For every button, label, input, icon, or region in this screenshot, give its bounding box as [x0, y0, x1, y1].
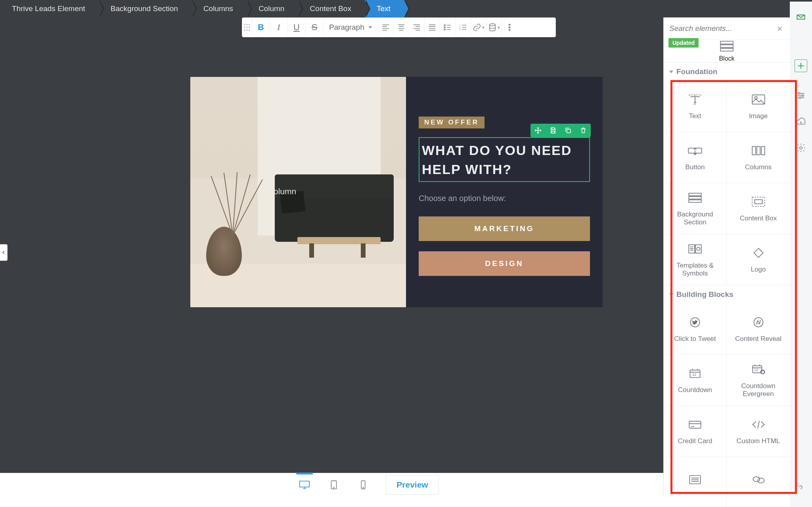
svg-point-45	[802, 95, 803, 96]
svg-rect-27	[689, 200, 701, 202]
align-right-button[interactable]	[409, 18, 425, 37]
svg-rect-29	[755, 200, 762, 204]
element-text[interactable]: Text	[664, 81, 727, 132]
italic-button[interactable]: I	[270, 18, 288, 37]
align-left-button[interactable]	[378, 18, 394, 37]
duplicate-icon[interactable]	[561, 124, 576, 137]
element-credit-card[interactable]: Credit Card	[664, 406, 727, 457]
breadcrumb-item[interactable]: Columns	[192, 0, 247, 17]
underline-button[interactable]: U	[288, 18, 306, 37]
mail-icon[interactable]	[790, 4, 812, 30]
svg-rect-17	[720, 45, 733, 48]
element-logo[interactable]: Logo	[727, 234, 790, 285]
svg-text:3: 3	[459, 28, 460, 31]
card-content-column: NEW OFFER WHAT DO YOU NEED HELP WITH? Ch…	[406, 77, 603, 307]
save-icon[interactable]	[546, 124, 561, 137]
headline-text[interactable]: WHAT DO YOU NEED HELP WITH?	[419, 137, 590, 182]
svg-point-15	[363, 488, 364, 488]
svg-rect-26	[689, 197, 701, 199]
breadcrumb-item[interactable]: Thrive Leads Element	[5, 0, 99, 17]
breadcrumb-bar: Thrive Leads Element Background Section …	[0, 0, 812, 17]
svg-rect-25	[689, 193, 701, 195]
gear-icon[interactable]	[790, 135, 812, 161]
svg-point-46	[799, 97, 801, 98]
strikethrough-button[interactable]: S	[306, 18, 324, 37]
svg-point-2	[444, 29, 445, 30]
numbered-list-button[interactable]: 123	[456, 18, 471, 37]
svg-point-34	[754, 318, 763, 327]
svg-point-6	[489, 24, 495, 26]
element-custom-html[interactable]: Custom HTML	[727, 406, 790, 457]
element-background-section[interactable]: Background Section	[664, 183, 727, 234]
collapse-panel-tab[interactable]	[0, 244, 8, 261]
add-element-icon[interactable]	[795, 59, 807, 72]
svg-text:12: 12	[754, 368, 758, 372]
bulleted-list-button[interactable]	[440, 18, 456, 37]
svg-rect-16	[720, 41, 733, 44]
foundation-grid: Text Image Button Columns Background Sec…	[664, 81, 790, 285]
svg-rect-23	[756, 147, 760, 155]
block-type-select[interactable]: Paragraph	[324, 18, 378, 37]
align-justify-button[interactable]	[425, 18, 440, 37]
mobile-device-button[interactable]	[349, 476, 378, 494]
device-preview-bar: Preview	[0, 473, 729, 497]
breadcrumb-item[interactable]: Background Section	[99, 0, 192, 17]
svg-point-0	[444, 25, 445, 26]
section-building-blocks[interactable]: Building Blocks	[664, 285, 790, 304]
design-button[interactable]: DESIGN	[419, 251, 590, 276]
breadcrumb-item[interactable]: Content Box	[298, 0, 365, 17]
selection-actions	[530, 124, 591, 137]
svg-point-1	[444, 27, 445, 28]
bold-button[interactable]: B	[252, 18, 270, 37]
element-content-box[interactable]: Content Box	[727, 183, 790, 234]
element-countdown-evergreen[interactable]: 12Countdown Evergreen	[727, 355, 790, 406]
svg-text:12: 12	[692, 372, 697, 377]
card-image-column[interactable]: olumn	[190, 77, 406, 307]
svg-rect-10	[567, 129, 571, 133]
tablet-device-button[interactable]	[319, 476, 349, 494]
marketing-button[interactable]: MARKETING	[419, 216, 590, 241]
more-button[interactable]	[502, 18, 517, 37]
search-input[interactable]	[668, 21, 785, 36]
data-button[interactable]: ▾	[486, 18, 502, 37]
elements-search: ✕ Updated	[664, 17, 790, 40]
editor-canvas: olumn NEW OFFER WHAT DO YOU NEED HELP WI…	[0, 17, 729, 483]
svg-rect-28	[752, 197, 765, 206]
svg-point-42	[753, 477, 760, 482]
help-icon[interactable]	[790, 475, 812, 501]
element-more-1[interactable]	[664, 457, 727, 507]
element-click-to-tweet[interactable]: Click to Tweet	[664, 304, 727, 355]
svg-rect-19	[752, 95, 765, 104]
preview-button[interactable]: Preview	[386, 475, 439, 495]
section-foundation[interactable]: Foundation	[664, 63, 790, 81]
settings-sliders-icon[interactable]	[790, 82, 812, 109]
clear-search-icon[interactable]: ✕	[777, 25, 783, 33]
breadcrumb-item-active[interactable]: Text	[365, 0, 404, 17]
element-columns[interactable]: Columns	[727, 132, 790, 183]
subtext: Choose an option below:	[419, 194, 590, 203]
cloud-download-icon[interactable]	[790, 109, 812, 135]
desktop-device-button[interactable]	[290, 476, 319, 494]
svg-point-32	[697, 247, 700, 251]
svg-rect-11	[300, 481, 309, 487]
element-button[interactable]: Button	[664, 132, 727, 183]
element-templates-symbols[interactable]: Templates & Symbols	[664, 234, 727, 285]
offer-badge: NEW OFFER	[419, 117, 485, 128]
element-image[interactable]: Image	[727, 81, 790, 132]
block-type-label: Paragraph	[329, 23, 364, 32]
svg-point-8	[509, 27, 510, 28]
element-countdown[interactable]: 12Countdown	[664, 355, 727, 406]
svg-point-47	[800, 147, 802, 149]
text-format-toolbar: B I U S Paragraph 123 ▾ ▾	[242, 17, 556, 37]
move-icon[interactable]	[530, 124, 546, 137]
align-center-button[interactable]	[394, 18, 409, 37]
device-switch	[290, 476, 378, 494]
svg-rect-24	[761, 147, 764, 155]
svg-rect-22	[752, 147, 755, 155]
element-more-2[interactable]	[727, 457, 790, 507]
toolbar-drag-handle[interactable]	[242, 18, 252, 37]
link-button[interactable]: ▾	[471, 18, 486, 37]
element-content-reveal[interactable]: Content Reveal	[727, 304, 790, 355]
breadcrumb-item[interactable]: Column	[247, 0, 298, 17]
delete-icon[interactable]	[576, 124, 591, 137]
